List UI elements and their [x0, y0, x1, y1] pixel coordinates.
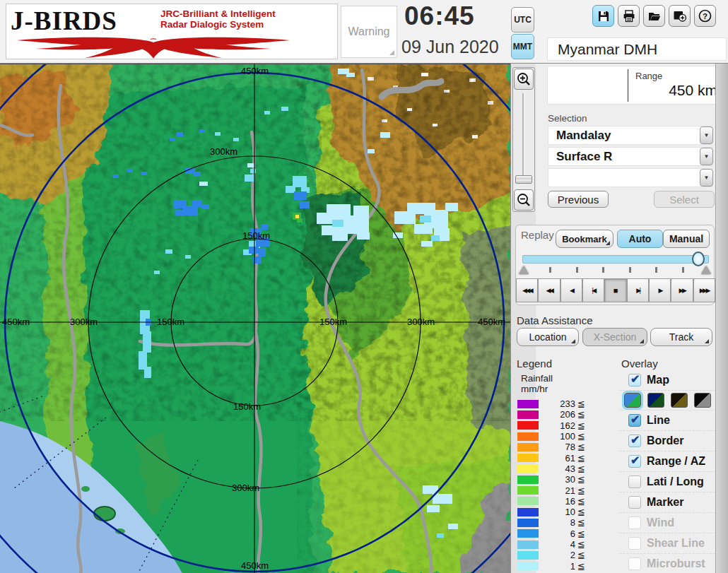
legend-threshold-symbol: ≦ [577, 561, 585, 572]
checkbox-range-az[interactable] [628, 455, 641, 468]
zoom-slider-handle[interactable] [515, 175, 532, 184]
legend-value: 1 [539, 561, 575, 572]
step-back-button[interactable]: |◀ [582, 278, 604, 302]
logo-title: J-BIRDS [11, 6, 117, 36]
legend-value: 43 [539, 463, 575, 474]
checkbox-border[interactable] [628, 435, 641, 447]
checkbox-wind [628, 516, 641, 529]
range-label: 300km [210, 146, 237, 157]
utc-button[interactable]: UTC [511, 7, 534, 33]
forward-fast-button[interactable]: ▶▶ [671, 278, 693, 302]
add-capture-button[interactable] [669, 5, 691, 27]
control-panel: Myanmar DMH Range 450 km Selection Manda… [536, 64, 728, 573]
legend-swatch [517, 486, 539, 495]
legend-label: Legend [517, 358, 552, 370]
add-capture-icon [672, 8, 687, 23]
auto-button[interactable]: Auto [617, 230, 663, 248]
range-label: 450km [241, 560, 269, 571]
replay-tick [576, 267, 578, 273]
replay-end-marker[interactable] [701, 266, 711, 274]
mmt-button[interactable]: MMT [511, 34, 534, 59]
legend-value: 61 [539, 453, 575, 463]
checkbox-marker[interactable] [628, 496, 641, 509]
replay-slider-track[interactable] [522, 255, 709, 264]
range-label: 450km [478, 317, 505, 327]
extra-dropdown-arrow[interactable]: ▼ [700, 169, 713, 187]
extra-dropdown[interactable] [548, 168, 712, 187]
legend-threshold-symbol: ≦ [577, 474, 585, 485]
replay-slider-handle[interactable] [692, 252, 705, 266]
save-button[interactable] [592, 5, 614, 27]
checkbox-map[interactable] [628, 374, 641, 386]
selection-label: Selection [548, 113, 587, 124]
checkbox-line[interactable] [628, 414, 641, 427]
legend-threshold-symbol: ≦ [577, 550, 585, 560]
legend-swatch [517, 562, 539, 570]
forward-fastest-button[interactable]: ▶▶▶ [693, 278, 715, 302]
svg-text:?: ? [703, 12, 708, 20]
legend-title: Rainfall [510, 373, 616, 384]
overlay-item-line[interactable]: Line [619, 410, 722, 431]
range-label: Range [635, 71, 662, 81]
location-button[interactable]: Location [517, 328, 579, 346]
map-style-1[interactable] [624, 393, 641, 408]
map-style-4[interactable] [694, 393, 711, 408]
radar-map[interactable]: 450km300km150km150km300km450km450km300km… [0, 64, 510, 573]
site-dropdown-arrow[interactable]: ▼ [700, 126, 713, 144]
zoom-out-icon [516, 192, 532, 208]
help-icon: ? [698, 8, 712, 23]
checkbox-lati-long[interactable] [628, 475, 641, 488]
overlay-item-microburst[interactable]: Microburst [619, 554, 722, 573]
overlay-item-label: Border [647, 435, 683, 447]
replay-tick [655, 267, 657, 273]
xsection-button[interactable]: X-Section [582, 328, 647, 346]
panel-scrollbar[interactable] [715, 64, 728, 573]
map-style-3[interactable] [671, 393, 688, 408]
product-dropdown-arrow[interactable]: ▼ [700, 148, 713, 165]
play-backward-button[interactable]: ◀ [560, 278, 582, 302]
legend-value: 21 [539, 485, 575, 496]
overlay-item-marker[interactable]: Marker [619, 492, 722, 513]
select-button[interactable]: Select [654, 191, 715, 208]
track-button[interactable]: Track [650, 328, 712, 346]
map-style-2[interactable] [647, 393, 664, 408]
overlay-item-range-az[interactable]: Range / AZ [619, 451, 722, 472]
zoom-out-button[interactable] [514, 189, 534, 211]
legend-row: 78≦ [510, 442, 616, 452]
legend-swatch [517, 421, 539, 430]
legend-row: 2≦ [510, 550, 616, 560]
site-dropdown[interactable]: Mandalay [548, 126, 712, 145]
radar-map-canvas: 450km300km150km150km300km450km450km300km… [0, 64, 510, 573]
rewind-fast-button[interactable]: ◀◀ [538, 278, 560, 302]
product-dropdown[interactable]: Surface R [548, 147, 712, 166]
stop-button[interactable]: ■ [604, 278, 626, 302]
legend-row: 8≦ [510, 517, 616, 528]
help-button[interactable]: ? [694, 5, 716, 27]
play-button[interactable]: ▶ [649, 278, 671, 302]
legend-row: 61≦ [510, 452, 616, 463]
replay-tick [629, 267, 631, 273]
zoom-slider-track[interactable] [522, 93, 524, 184]
overlay-item-lati-long[interactable]: Lati / Long [619, 472, 722, 492]
map-style-row [619, 391, 722, 410]
replay-tick [549, 267, 551, 273]
overlay-item-label: Map [647, 374, 669, 386]
legend-threshold-symbol: ≦ [577, 496, 585, 507]
print-button[interactable] [618, 5, 640, 27]
overlay-item-wind[interactable]: Wind [619, 513, 722, 533]
replay-start-marker[interactable] [519, 266, 529, 274]
warning-button[interactable]: Warning [341, 6, 397, 58]
previous-button[interactable]: Previous [548, 191, 609, 208]
manual-button[interactable]: Manual [663, 230, 710, 248]
overlay-item-border[interactable]: Border [619, 431, 722, 451]
overlay-item-shear-line[interactable]: Shear Line [619, 533, 722, 554]
open-folder-button[interactable] [643, 5, 665, 27]
legend-row: 233≦ [510, 398, 616, 409]
bookmark-button[interactable]: Bookmark [556, 230, 613, 248]
step-forward-button[interactable]: ▶| [627, 278, 649, 302]
range-box: Range 450 km [547, 66, 727, 105]
rewind-fastest-button[interactable]: ◀◀◀ [516, 278, 538, 302]
overlay-item-map[interactable]: Map [619, 370, 722, 391]
legend-threshold-symbol: ≦ [577, 409, 585, 420]
zoom-in-button[interactable] [514, 69, 534, 90]
